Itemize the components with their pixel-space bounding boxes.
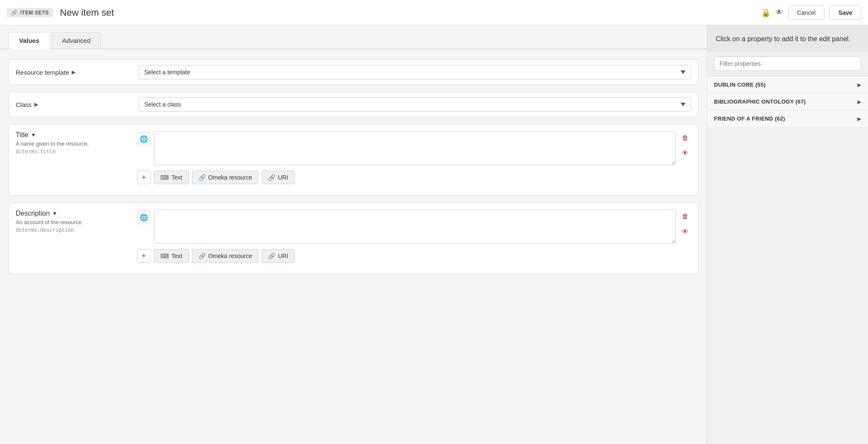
property-description-omeka-button[interactable]: 🔗 Omeka resource	[192, 249, 258, 263]
property-title-header: Title ▼ A name given to the resource. dc…	[16, 131, 691, 184]
property-title-desc: A name given to the resource.	[16, 141, 132, 147]
property-title-eye-icon[interactable]: 👁	[679, 147, 691, 159]
resource-template-label: Resource template ▶	[16, 69, 139, 76]
tab-values[interactable]: Values	[8, 32, 50, 49]
property-description-buttons: + ⌨ Text 🔗 Omeka resource 🔗	[137, 249, 691, 263]
item-sets-icon: 🔗	[11, 10, 18, 16]
resource-template-arrow: ▶	[72, 69, 76, 75]
omeka-type-icon: 🔗	[199, 174, 206, 181]
class-row: Class ▶ Select a class	[8, 92, 698, 117]
cancel-button[interactable]: Cancel	[788, 6, 825, 20]
class-select[interactable]: Select a class	[139, 97, 691, 112]
property-description-textarea[interactable]	[154, 210, 676, 244]
property-description: Description ▼ An account of the resource…	[8, 202, 698, 274]
property-description-input-area: 🌐 🗑 👁 + ⌨	[137, 210, 691, 263]
ontology-list: DUBLIN CORE (55) ▶ BIBLIOGRAPHIC ONTOLOG…	[707, 76, 868, 127]
property-description-label-col: Description ▼ An account of the resource…	[16, 210, 132, 263]
header: 🔗 ITEM SETS New item set 🔒 👁 Cancel Save	[0, 0, 868, 25]
content-area: Values Advanced Resource template ▶ Sele…	[0, 25, 707, 444]
item-sets-label: ITEM SETS	[20, 10, 49, 16]
property-title-input-area: 🌐 🗑 👁 + ⌨	[137, 131, 691, 184]
eye-icon[interactable]: 👁	[776, 8, 783, 17]
property-title: Title ▼ A name given to the resource. dc…	[8, 124, 698, 196]
property-description-desc: An account of the resource.	[16, 219, 132, 225]
class-label: Class ▶	[16, 101, 139, 108]
desc-text-type-icon: ⌨	[160, 253, 169, 259]
property-description-globe-icon[interactable]: 🌐	[137, 211, 151, 224]
class-arrow: ▶	[34, 101, 38, 107]
resource-template-control: Select a template	[139, 65, 691, 79]
uri-type-icon: 🔗	[268, 174, 275, 181]
property-title-buttons: + ⌨ Text 🔗 Omeka resource 🔗	[137, 171, 691, 184]
form-area: Resource template ▶ Select a template Cl…	[0, 49, 707, 284]
property-title-side-icons: 🗑 👁	[679, 132, 691, 159]
property-title-add-button[interactable]: +	[137, 171, 151, 184]
class-control: Select a class	[139, 97, 691, 112]
resource-template-select[interactable]: Select a template	[139, 65, 691, 79]
filter-properties-input[interactable]	[714, 56, 861, 71]
lock-icon[interactable]: 🔒	[761, 8, 770, 17]
property-description-side-icons: 🗑 👁	[679, 211, 691, 238]
property-title-label-col: Title ▼ A name given to the resource. dc…	[16, 131, 132, 184]
property-title-textarea-wrap	[154, 131, 676, 166]
page-title: New item set	[60, 7, 761, 18]
ontology-item-foaf[interactable]: FRIEND OF A FRIEND (62) ▶	[707, 110, 868, 127]
property-description-input-row: 🌐 🗑 👁	[137, 210, 691, 245]
sidebar-hint: Click on a property to add it to the edi…	[707, 25, 868, 51]
property-description-add-button[interactable]: +	[137, 249, 151, 263]
sidebar: Click on a property to add it to the edi…	[707, 25, 868, 444]
desc-omeka-type-icon: 🔗	[199, 253, 206, 259]
property-description-header: Description ▼ An account of the resource…	[16, 210, 691, 263]
ontology-dublin-core-arrow: ▶	[857, 82, 861, 88]
ontology-bibliographic-arrow: ▶	[857, 99, 861, 105]
property-title-omeka-button[interactable]: 🔗 Omeka resource	[192, 171, 258, 184]
tabs: Values Advanced	[0, 25, 707, 49]
property-title-delete-icon[interactable]: 🗑	[679, 132, 691, 144]
desc-uri-type-icon: 🔗	[268, 253, 275, 259]
property-description-chevron: ▼	[52, 211, 57, 216]
item-sets-badge: 🔗 ITEM SETS	[7, 8, 53, 17]
property-description-delete-icon[interactable]: 🗑	[679, 211, 691, 222]
ontology-item-dublin-core[interactable]: DUBLIN CORE (55) ▶	[707, 76, 868, 93]
main-layout: Values Advanced Resource template ▶ Sele…	[0, 25, 868, 444]
property-title-uri-button[interactable]: 🔗 URI	[262, 171, 294, 184]
property-title-label: Title ▼	[16, 131, 132, 139]
header-actions: 🔒 👁 Cancel Save	[761, 6, 861, 20]
tab-advanced[interactable]: Advanced	[52, 32, 101, 48]
property-description-eye-icon[interactable]: 👁	[679, 226, 691, 238]
text-type-icon: ⌨	[160, 174, 169, 181]
property-description-label: Description ▼	[16, 210, 132, 217]
ontology-foaf-arrow: ▶	[857, 116, 861, 122]
property-title-globe-icon[interactable]: 🌐	[137, 132, 151, 146]
property-description-term: dcterms:description	[16, 227, 132, 233]
property-title-input-row: 🌐 🗑 👁	[137, 131, 691, 166]
save-button[interactable]: Save	[829, 6, 861, 20]
ontology-item-bibliographic[interactable]: BIBLIOGRAPHIC ONTOLOGY (67) ▶	[707, 93, 868, 110]
property-title-chevron: ▼	[31, 132, 36, 138]
property-description-text-button[interactable]: ⌨ Text	[154, 249, 189, 263]
property-title-textarea[interactable]	[154, 131, 676, 165]
property-title-text-button[interactable]: ⌨ Text	[154, 171, 189, 184]
resource-template-row: Resource template ▶ Select a template	[8, 59, 698, 85]
property-title-term: dcterms:title	[16, 149, 132, 155]
property-description-textarea-wrap	[154, 210, 676, 245]
property-description-uri-button[interactable]: 🔗 URI	[262, 249, 294, 263]
